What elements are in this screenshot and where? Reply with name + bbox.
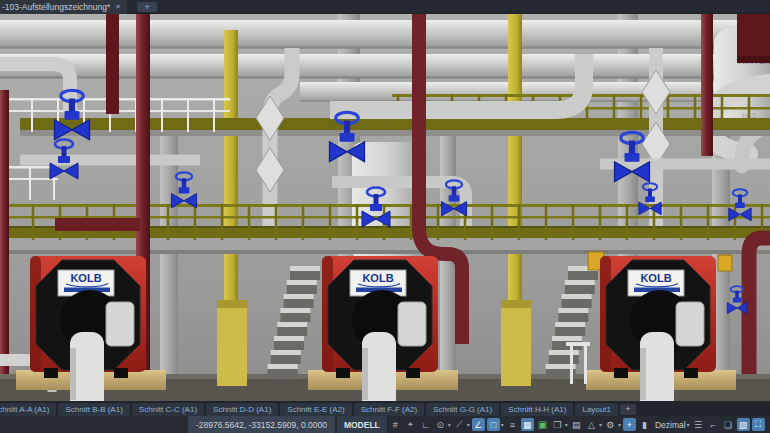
units-dropdown[interactable]: Dezimal ▾ — [655, 420, 690, 430]
layout-tab-bar: Schnitt A-A (A1) Schnitt B-B (A1) Schnit… — [0, 401, 770, 416]
close-tab-icon[interactable]: ✕ — [115, 3, 121, 11]
polar-caret-icon[interactable]: ▾ — [448, 421, 451, 428]
annotation-monitor-icon[interactable]: + — [623, 418, 636, 431]
workspace-gear-icon[interactable]: ⚙ — [604, 418, 617, 431]
drawing-tab-bar: -103-Aufstellungszeichnung* ✕ + — [0, 0, 770, 14]
tab-schnitt-d-d[interactable]: Schnitt D-D (A1) — [206, 403, 278, 416]
snap-icon[interactable]: ⌖ — [404, 418, 417, 431]
autotrack-icon[interactable]: ∠ — [472, 418, 485, 431]
osnap-3d-icon[interactable]: ❒ — [551, 418, 564, 431]
isolate-objects-icon[interactable]: ❏ — [722, 418, 735, 431]
quick-properties-icon[interactable]: ☰ — [692, 418, 705, 431]
polar-tracking-icon[interactable]: ⊙ — [434, 418, 447, 431]
units-icon: ▮ — [638, 418, 651, 431]
tab-layout1[interactable]: Layout1 — [575, 403, 617, 416]
transparency-icon[interactable]: ▦ — [521, 418, 534, 431]
new-drawing-tab-button[interactable]: + — [137, 2, 157, 12]
object-snap-caret-icon[interactable]: ▾ — [501, 421, 504, 428]
tab-schnitt-c-c[interactable]: Schnitt C-C (A1) — [132, 403, 204, 416]
units-caret-icon: ▾ — [687, 421, 690, 428]
autocad-window: -103-Aufstellungszeichnung* ✕ + — [0, 0, 770, 433]
tab-schnitt-g-g[interactable]: Schnitt G-G (A1) — [426, 403, 499, 416]
tab-schnitt-f-f[interactable]: Schnitt F-F (A2) — [354, 403, 424, 416]
annotation-scale-caret-icon[interactable]: ▾ — [599, 421, 602, 428]
ortho-icon[interactable]: ∟ — [419, 418, 432, 431]
coordinates-readout[interactable]: -28976.5642, -33152.5909, 0.0000 — [188, 416, 335, 433]
model-space-button[interactable]: MODELL — [337, 416, 387, 433]
drawing-file-tab[interactable]: -103-Aufstellungszeichnung* ✕ — [0, 0, 127, 14]
lock-ui-icon[interactable]: ⌐ — [707, 418, 720, 431]
add-layout-tab-button[interactable]: + — [620, 404, 636, 415]
annotation-visibility-icon[interactable]: ▤ — [570, 418, 583, 431]
drawing-tab-label: -103-Aufstellungszeichnung* — [2, 2, 110, 12]
status-bar: -28976.5642, -33152.5909, 0.0000 MODELL … — [0, 416, 770, 433]
units-value: Dezimal — [655, 420, 686, 430]
tab-schnitt-h-h[interactable]: Schnitt H-H (A1) — [501, 403, 573, 416]
annotation-scale-icon[interactable]: △ — [585, 418, 598, 431]
workspace-caret-icon[interactable]: ▾ — [618, 421, 621, 428]
object-snap-icon[interactable]: □ — [487, 418, 500, 431]
isodraft-caret-icon[interactable]: ▾ — [467, 421, 470, 428]
3d-scene[interactable]: KOLB — [0, 14, 770, 401]
graphics-performance-icon[interactable]: ▧ — [737, 418, 750, 431]
tab-schnitt-e-e[interactable]: Schnitt E-E (A2) — [280, 403, 351, 416]
tab-schnitt-a-a[interactable]: Schnitt A-A (A1) — [0, 403, 56, 416]
grid-icon[interactable]: # — [389, 418, 402, 431]
isodraft-icon[interactable]: ⟋ — [453, 418, 466, 431]
selection-cycling-icon[interactable]: ▣ — [536, 418, 549, 431]
lineweight-icon[interactable]: ≡ — [506, 418, 519, 431]
osnap-3d-caret-icon[interactable]: ▾ — [565, 421, 568, 428]
model-viewport[interactable]: KOLB — [0, 14, 770, 401]
tab-schnitt-b-b[interactable]: Schnitt B-B (A1) — [58, 403, 129, 416]
clean-screen-icon[interactable]: ⛶ — [752, 418, 765, 431]
